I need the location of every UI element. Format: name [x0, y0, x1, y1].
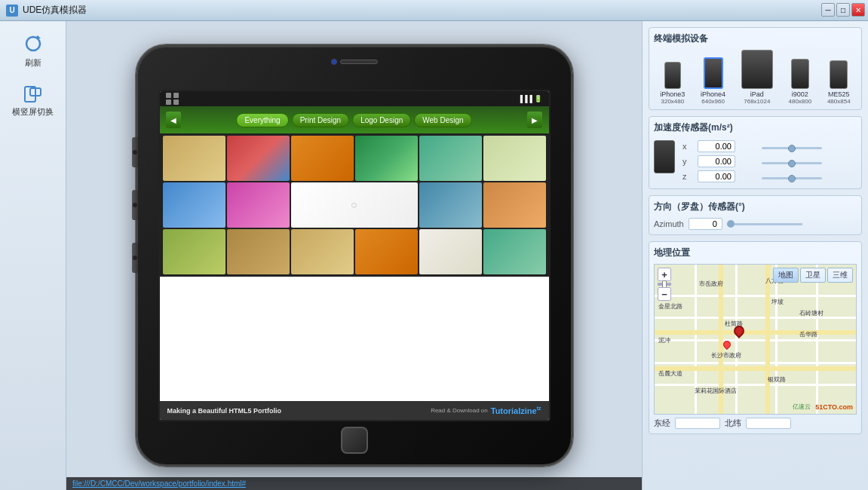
map-label-8: 岳华路 — [799, 330, 817, 338]
map-label-4: 坪坡 — [771, 298, 784, 306]
phone-side-btn-1[interactable] — [132, 137, 138, 167]
nav-arrow-right[interactable]: ▶ — [527, 112, 542, 128]
title-bar: U UDE仿真模拟器 ─ □ ✕ — [0, 0, 868, 21]
east-label: 东经 — [654, 418, 670, 429]
refresh-label: 刷新 — [25, 57, 41, 69]
center-area: MOTOROLA ▐▐▐ 🔋 ◀ Ever — [66, 21, 642, 490]
device-size-i9002: 480x800 — [789, 98, 812, 105]
compass-section: 方向（罗盘）传感器(°) Azimuth — [649, 195, 862, 235]
maximize-button[interactable]: □ — [836, 3, 850, 17]
map-label-10: 岳麓大道 — [658, 369, 682, 378]
phone-side-btn-2[interactable] — [132, 190, 138, 220]
sidebar-item-refresh[interactable]: 刷新 — [6, 27, 60, 73]
thumb-18[interactable] — [483, 229, 546, 274]
map-zoom-in[interactable]: + — [658, 268, 671, 281]
map-btn-3d[interactable]: 三维 — [827, 268, 853, 283]
east-input[interactable] — [675, 418, 720, 429]
home-button[interactable] — [341, 427, 368, 454]
thumb-16[interactable] — [355, 229, 418, 274]
device-name-me525: ME525 — [828, 90, 850, 98]
thumb-11[interactable] — [419, 182, 482, 228]
sensor-input-y[interactable] — [698, 155, 735, 167]
sensor-row-z: z — [679, 169, 857, 184]
device-iphone4[interactable]: iPhone4 640x960 — [701, 57, 725, 105]
phone-device: MOTOROLA ▐▐▐ 🔋 ◀ Ever — [136, 44, 573, 467]
map-label-6: 石岭塘村 — [799, 309, 824, 317]
footer-read-label: Read & Download on — [431, 407, 488, 414]
switch-icon — [21, 81, 45, 105]
sensor-row-y: y — [679, 154, 857, 169]
nav-tab-logo[interactable]: Logo Design — [352, 113, 411, 127]
map-pin-secondary — [723, 341, 731, 348]
map-btn-map[interactable]: 地图 — [773, 268, 799, 283]
device-me525[interactable]: ME525 480x854 — [827, 60, 851, 105]
device-list: iPhone3 320x480 iPhone4 640x960 iPad 768… — [654, 50, 857, 105]
thumb-12[interactable] — [483, 182, 546, 228]
sidebar-item-switch[interactable]: 横竖屏切换 — [6, 76, 60, 122]
thumb-14[interactable] — [227, 229, 290, 274]
sensor-slider-y[interactable] — [762, 162, 822, 164]
nav-tab-everything[interactable]: Everything — [236, 113, 288, 127]
nav-tab-web[interactable]: Web Design — [414, 113, 471, 127]
thumb-15[interactable] — [291, 229, 354, 274]
sensor-slider-x[interactable] — [762, 147, 822, 149]
sensor-input-x[interactable] — [698, 140, 735, 152]
thumb-6[interactable] — [483, 136, 546, 181]
thumb-17[interactable] — [419, 229, 482, 274]
phone-top — [331, 59, 378, 65]
thumb-3[interactable] — [291, 136, 354, 181]
device-section: 终端模拟设备 iPhone3 320x480 iPhone4 640x960 — [649, 27, 862, 110]
sensor-value-cell-y — [695, 154, 759, 169]
sensor-slider-cell-z — [759, 169, 857, 184]
phone-side-btn-icon-3 — [133, 256, 137, 260]
phone-screen[interactable]: ▐▐▐ 🔋 ◀ Everything Print Design Logo Des… — [158, 90, 551, 421]
close-button[interactable]: ✕ — [851, 3, 865, 17]
north-input[interactable] — [746, 418, 791, 429]
thumb-1[interactable] — [163, 136, 225, 181]
thumb-13[interactable] — [163, 229, 225, 274]
phone-bottom — [341, 427, 368, 454]
thumb-7[interactable] — [163, 182, 225, 228]
map-zoom-out[interactable]: − — [658, 287, 671, 301]
device-ipad[interactable]: iPad 768x1024 — [741, 50, 773, 105]
phone-left-buttons — [132, 137, 138, 273]
device-section-title: 终端模拟设备 — [654, 32, 857, 45]
device-iphone3[interactable]: iPhone3 320x480 — [660, 62, 685, 105]
device-name-iphone4: iPhone4 — [701, 90, 725, 98]
thumb-2[interactable] — [227, 136, 290, 181]
device-i9002[interactable]: i9002 480x800 — [789, 59, 812, 105]
nav-tabs: Everything Print Design Logo Design Web … — [236, 113, 471, 127]
map-btn-satellite[interactable]: 卫星 — [800, 268, 826, 283]
right-panel: 终端模拟设备 iPhone3 320x480 iPhone4 640x960 — [642, 21, 868, 490]
sensor-slider-cell-x — [759, 139, 857, 154]
phone-speaker — [340, 60, 378, 64]
compass-label: Azimuth — [654, 219, 684, 228]
sensor-label-z: z — [679, 169, 695, 184]
compass-input[interactable] — [689, 218, 722, 230]
address-url: file:///D:/CMCC/Dev/workspace/portfolio/… — [72, 479, 246, 488]
nav-tab-print[interactable]: Print Design — [292, 113, 349, 127]
sensor-value-cell-x — [695, 139, 759, 154]
map-label-1: 市岳政府 — [699, 280, 723, 288]
compass-slider[interactable] — [727, 223, 802, 225]
yisu-logo: 亿速云 — [793, 403, 811, 411]
map-label-12: 茉莉花国际酒店 — [695, 387, 737, 395]
thumb-5[interactable] — [419, 136, 482, 181]
device-size-iphone3: 320x480 — [661, 98, 685, 105]
thumb-4[interactable] — [355, 136, 418, 181]
phone-side-btn-3[interactable] — [132, 243, 138, 273]
sensor-slider-z[interactable] — [762, 177, 822, 179]
footer-text: Making a Beautiful HTML5 Portfolio — [167, 407, 282, 415]
window-title: UDE仿真模拟器 — [23, 4, 87, 17]
sensor-table: x y z — [679, 139, 857, 184]
geo-title: 地理位置 — [654, 247, 857, 259]
thumb-wide[interactable]: ⬡ — [291, 182, 418, 228]
compass-row: Azimuth — [654, 218, 857, 230]
zoom-track — [658, 283, 671, 286]
minimize-button[interactable]: ─ — [821, 3, 835, 17]
sensor-slider-cell-y — [759, 154, 857, 169]
window-controls: ─ □ ✕ — [821, 3, 865, 17]
sensor-input-z[interactable] — [698, 170, 735, 182]
thumb-8[interactable] — [227, 182, 290, 228]
nav-arrow-left[interactable]: ◀ — [166, 112, 181, 128]
